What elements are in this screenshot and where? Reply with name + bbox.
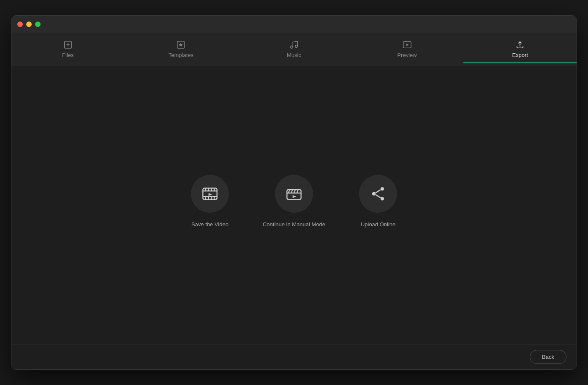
tab-files-label: Files: [62, 52, 74, 58]
files-icon: [63, 40, 73, 49]
share-icon: [370, 185, 387, 202]
svg-marker-8: [406, 43, 409, 46]
nav-tabs: Files Templates Music Preview: [11, 33, 577, 66]
tab-templates[interactable]: Templates: [125, 35, 238, 63]
action-manual-mode[interactable]: Continue in Manual Mode: [263, 175, 325, 228]
templates-icon: [176, 40, 185, 49]
upload-online-circle[interactable]: [359, 175, 397, 213]
tab-templates-label: Templates: [169, 52, 193, 58]
svg-line-26: [297, 190, 298, 193]
main-content: Save the Video Continue in Manual Mode: [11, 66, 577, 344]
preview-icon: [403, 40, 412, 49]
action-save-video[interactable]: Save the Video: [191, 175, 229, 228]
footer: Back: [11, 344, 577, 369]
upload-online-label: Upload Online: [361, 221, 395, 228]
film-icon: [201, 185, 218, 202]
close-button[interactable]: [17, 22, 23, 27]
clapperboard-icon: [286, 185, 302, 202]
svg-point-30: [381, 197, 384, 200]
manual-mode-label: Continue in Manual Mode: [263, 221, 325, 228]
export-icon: [515, 40, 525, 49]
svg-point-29: [372, 192, 376, 195]
svg-marker-27: [293, 195, 296, 198]
traffic-lights: [17, 22, 41, 27]
save-video-label: Save the Video: [191, 221, 229, 228]
svg-point-5: [291, 46, 293, 49]
tab-files[interactable]: Files: [11, 35, 125, 63]
save-video-circle[interactable]: [191, 175, 229, 213]
tab-export-label: Export: [512, 52, 528, 58]
action-upload-online[interactable]: Upload Online: [359, 175, 397, 228]
svg-marker-4: [179, 43, 183, 46]
svg-line-23: [289, 190, 290, 193]
svg-point-6: [295, 45, 298, 48]
tab-export[interactable]: Export: [463, 35, 577, 63]
svg-line-31: [376, 195, 381, 198]
manual-mode-circle[interactable]: [275, 175, 313, 213]
tab-music[interactable]: Music: [237, 35, 351, 63]
back-button[interactable]: Back: [530, 350, 566, 364]
actions-row: Save the Video Continue in Manual Mode: [191, 175, 397, 228]
app-window: Files Templates Music Preview: [11, 15, 577, 370]
maximize-button[interactable]: [35, 22, 41, 27]
svg-point-28: [381, 187, 384, 190]
title-bar: [11, 16, 577, 33]
tab-preview[interactable]: Preview: [351, 35, 464, 63]
tab-music-label: Music: [287, 52, 301, 58]
tab-preview-label: Preview: [397, 52, 416, 58]
svg-line-32: [376, 190, 381, 192]
minimize-button[interactable]: [26, 22, 32, 27]
music-icon: [289, 40, 299, 49]
svg-line-24: [291, 190, 292, 193]
svg-marker-20: [209, 193, 212, 196]
svg-line-25: [294, 190, 295, 193]
